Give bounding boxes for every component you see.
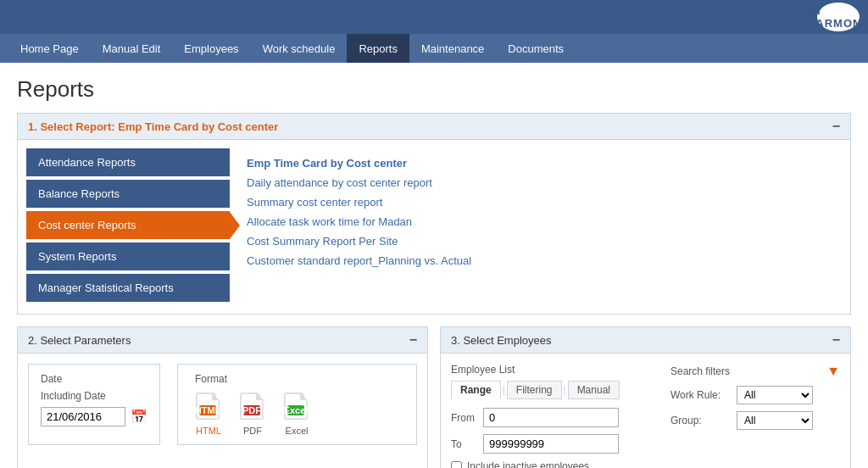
report-list-item[interactable]: Allocate task work time for Madan: [247, 212, 842, 231]
from-label: From: [451, 412, 476, 424]
emp-tab-filtering[interactable]: Filtering: [507, 381, 562, 399]
include-inactive-row: Include inactive employees: [451, 460, 654, 468]
format-icon-pdf[interactable]: PDF PDF: [239, 392, 266, 436]
report-list-item[interactable]: Emp Time Card by Cost center: [247, 153, 842, 173]
page-content: Reports 1. Select Report: Emp Time Card …: [0, 63, 868, 468]
report-list: Emp Time Card by Cost centerDaily attend…: [247, 148, 842, 305]
emp-tab-manual[interactable]: Manual: [568, 381, 620, 399]
format-label-pdf: PDF: [243, 426, 262, 436]
format-icon-excel[interactable]: Excel Excel: [283, 392, 310, 436]
emp-list-label: Employee List: [451, 364, 654, 376]
section1-toggle[interactable]: −: [832, 119, 840, 134]
include-inactive-checkbox[interactable]: [451, 461, 462, 469]
format-label: Format: [195, 373, 399, 385]
nav-bar: Home PageManual EditEmployeesWork schedu…: [0, 34, 868, 63]
date-box: Date Including Date 📅: [28, 364, 160, 445]
report-list-item[interactable]: Cost Summary Report Per Site: [247, 231, 842, 251]
date-input-row: 📅: [41, 407, 147, 426]
group-label: Group:: [670, 415, 730, 426]
section2-toggle[interactable]: −: [409, 332, 417, 348]
filter-funnel-icon: ▼: [826, 364, 840, 379]
lower-sections: 2. Select Parameters − Date Including Da…: [17, 326, 851, 468]
from-field-row: From: [451, 408, 654, 427]
section1-header: 1. Select Report: Emp Time Card by Cost …: [17, 113, 851, 140]
group-row: Group: All: [670, 411, 840, 430]
report-list-item[interactable]: Summary cost center report: [247, 192, 842, 212]
to-field-row: To: [451, 434, 654, 454]
employees-section: 3. Select Employees − Employee List Rang…: [440, 326, 851, 468]
report-categories: Attendance ReportsBalance ReportsCost ce…: [26, 148, 230, 305]
include-inactive-label: Include inactive employees: [467, 460, 589, 468]
calendar-icon[interactable]: 📅: [131, 409, 147, 425]
nav-item-home-page[interactable]: Home Page: [8, 34, 91, 63]
tab-divider: |: [562, 384, 568, 396]
format-box: Format HTML HTML PDF PDF Exc: [177, 364, 417, 445]
section2-header: 2. Select Parameters −: [18, 327, 427, 354]
emp-tab-range[interactable]: Range: [451, 381, 501, 399]
work-rule-label: Work Rule:: [670, 389, 730, 401]
section3-header: 3. Select Employees −: [441, 327, 850, 354]
date-format-row: Date Including Date 📅 Format: [28, 364, 417, 445]
svg-text:HTML: HTML: [195, 405, 221, 415]
employee-list-tabs: Range|Filtering|Manual: [451, 381, 654, 399]
to-input[interactable]: [483, 434, 619, 454]
top-header: SY HARMONY: [0, 0, 868, 34]
tab-divider: |: [501, 384, 507, 396]
svg-text:Excel: Excel: [284, 405, 309, 415]
report-list-item[interactable]: Daily attendance by cost center report: [247, 173, 842, 192]
nav-item-maintenance[interactable]: Maintenance: [409, 34, 496, 63]
section3-body: Employee List Range|Filtering|Manual Fro…: [441, 354, 850, 468]
params-section: 2. Select Parameters − Date Including Da…: [17, 326, 428, 468]
including-date-label: Including Date: [41, 390, 147, 402]
from-input[interactable]: [483, 408, 619, 427]
nav-item-reports[interactable]: Reports: [347, 34, 409, 63]
category-item[interactable]: Cost center Reports: [26, 211, 230, 239]
date-section-label: Date: [41, 373, 147, 385]
report-list-item[interactable]: Customer standard report_Planning vs. Ac…: [247, 251, 842, 270]
nav-item-employees[interactable]: Employees: [172, 34, 250, 63]
date-input[interactable]: [41, 407, 125, 426]
format-icon-html[interactable]: HTML HTML: [195, 392, 222, 436]
emp-and-filters: Employee List Range|Filtering|Manual Fro…: [451, 364, 840, 468]
to-label: To: [451, 438, 476, 450]
section1-label: 1. Select Report:: [28, 120, 115, 133]
section1-selected: Emp Time Card by Cost center: [118, 120, 278, 133]
emp-fields: Employee List Range|Filtering|Manual Fro…: [451, 364, 654, 468]
page-title: Reports: [17, 76, 851, 103]
format-label-html: HTML: [196, 426, 221, 436]
svg-text:PDF: PDF: [242, 405, 261, 415]
section2-body: Date Including Date 📅 Format: [18, 354, 427, 455]
report-selection-body: Attendance ReportsBalance ReportsCost ce…: [17, 140, 851, 315]
nav-item-documents[interactable]: Documents: [496, 34, 576, 63]
category-item[interactable]: Manager Statistical Reports: [26, 274, 230, 302]
nav-item-work-schedule[interactable]: Work schedule: [251, 34, 348, 63]
section1-title: 1. Select Report: Emp Time Card by Cost …: [28, 120, 278, 133]
category-item[interactable]: Balance Reports: [26, 180, 230, 208]
search-filters-box: Search filters ▼ Work Rule: All Group:: [670, 364, 840, 468]
format-label-excel: Excel: [286, 426, 309, 436]
nav-item-manual-edit[interactable]: Manual Edit: [91, 34, 173, 63]
section2-label: 2. Select Parameters: [28, 334, 131, 347]
category-item[interactable]: System Reports: [26, 242, 230, 270]
section3-label: 3. Select Employees: [451, 334, 552, 347]
logo: SY HARMONY: [817, 3, 860, 31]
format-icons: HTML HTML PDF PDF Excel Excel: [195, 392, 399, 436]
work-rule-select[interactable]: All: [737, 386, 813, 404]
category-item[interactable]: Attendance Reports: [26, 148, 230, 176]
section3-toggle[interactable]: −: [832, 332, 840, 348]
search-filters-label: Search filters: [670, 365, 730, 377]
group-select[interactable]: All: [737, 411, 813, 430]
work-rule-row: Work Rule: All: [670, 386, 840, 404]
